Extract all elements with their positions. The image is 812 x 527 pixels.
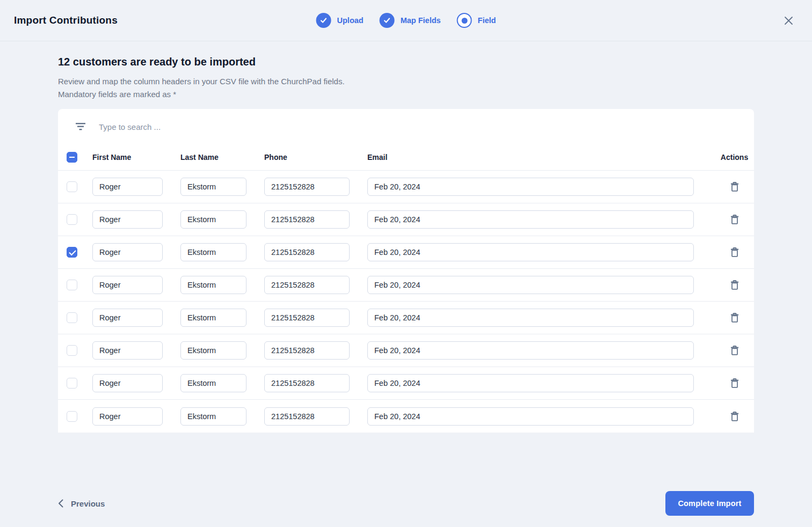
- email-input[interactable]: [367, 243, 694, 261]
- subtitle-line-2: Mandatory fields are marked as *: [58, 88, 754, 101]
- column-header-last-name: Last Name: [180, 153, 264, 162]
- email-input[interactable]: [367, 341, 694, 360]
- search-input[interactable]: [99, 122, 737, 131]
- select-all-checkbox[interactable]: [67, 152, 77, 163]
- last-name-input[interactable]: [180, 341, 247, 360]
- last-name-input[interactable]: [180, 243, 247, 261]
- row-checkbox[interactable]: [67, 214, 77, 225]
- row-checkbox[interactable]: [67, 312, 77, 323]
- phone-input[interactable]: [264, 407, 350, 426]
- close-icon: [784, 16, 793, 25]
- step-map-fields[interactable]: Map Fields: [380, 13, 441, 28]
- previous-button[interactable]: Previous: [58, 499, 105, 508]
- first-name-input[interactable]: [92, 374, 163, 392]
- import-stepper: Upload Map Fields Field: [316, 13, 496, 28]
- delete-row-button[interactable]: [726, 309, 743, 326]
- phone-input[interactable]: [264, 341, 350, 360]
- delete-row-button[interactable]: [726, 244, 743, 261]
- row-checkbox[interactable]: [67, 280, 77, 290]
- step-label: Map Fields: [401, 16, 441, 25]
- column-header-phone: Phone: [264, 153, 367, 162]
- row-checkbox[interactable]: [67, 247, 77, 258]
- dot-icon: [457, 13, 472, 28]
- email-input[interactable]: [367, 407, 694, 426]
- phone-input[interactable]: [264, 210, 350, 229]
- table-row: [58, 334, 754, 367]
- import-table-card: First Name Last Name Phone Email Actions: [58, 109, 754, 433]
- import-summary-subtitle: Review and map the column headers in you…: [58, 75, 754, 101]
- first-name-input[interactable]: [92, 210, 163, 229]
- phone-input[interactable]: [264, 374, 350, 392]
- first-name-input[interactable]: [92, 243, 163, 261]
- phone-input[interactable]: [264, 178, 350, 196]
- table-body: [58, 171, 754, 433]
- step-upload[interactable]: Upload: [316, 13, 364, 28]
- column-header-first-name: First Name: [92, 153, 180, 162]
- check-icon: [316, 13, 331, 28]
- last-name-input[interactable]: [180, 407, 247, 426]
- row-checkbox[interactable]: [67, 378, 77, 389]
- table-row: [58, 269, 754, 302]
- table-row: [58, 302, 754, 334]
- row-checkbox[interactable]: [67, 411, 77, 422]
- first-name-input[interactable]: [92, 178, 163, 196]
- last-name-input[interactable]: [180, 309, 247, 327]
- last-name-input[interactable]: [180, 210, 247, 229]
- table-row: [58, 203, 754, 236]
- delete-row-button[interactable]: [726, 375, 743, 392]
- table-row: [58, 367, 754, 400]
- phone-input[interactable]: [264, 243, 350, 261]
- first-name-input[interactable]: [92, 407, 163, 426]
- check-icon: [380, 13, 395, 28]
- close-button[interactable]: [779, 11, 798, 30]
- trash-icon: [730, 214, 740, 225]
- search-bar: [58, 109, 754, 144]
- step-label: Field: [478, 16, 496, 25]
- last-name-input[interactable]: [180, 178, 247, 196]
- trash-icon: [730, 411, 740, 422]
- delete-row-button[interactable]: [726, 408, 743, 425]
- complete-import-button[interactable]: Complete Import: [665, 491, 754, 516]
- page-title: Import Contributions: [14, 14, 118, 26]
- first-name-input[interactable]: [92, 276, 163, 294]
- email-input[interactable]: [367, 276, 694, 294]
- delete-row-button[interactable]: [726, 342, 743, 359]
- footer-actions: Previous Complete Import: [0, 491, 812, 516]
- phone-input[interactable]: [264, 309, 350, 327]
- last-name-input[interactable]: [180, 374, 247, 392]
- table-row: [58, 400, 754, 433]
- table-row: [58, 171, 754, 203]
- trash-icon: [730, 312, 740, 323]
- main-content: 12 customers are ready to be imported Re…: [0, 56, 812, 433]
- trash-icon: [730, 378, 740, 389]
- step-label: Upload: [337, 16, 364, 25]
- trash-icon: [730, 181, 740, 192]
- step-field[interactable]: Field: [457, 13, 496, 28]
- row-checkbox[interactable]: [67, 181, 77, 192]
- subtitle-line-1: Review and map the column headers in you…: [58, 75, 754, 88]
- trash-icon: [730, 345, 740, 356]
- row-checkbox[interactable]: [67, 345, 77, 356]
- trash-icon: [730, 247, 740, 258]
- filter-icon: [75, 123, 86, 130]
- email-input[interactable]: [367, 374, 694, 392]
- top-bar: Import Contributions Upload Map Fields F…: [0, 0, 812, 41]
- first-name-input[interactable]: [92, 341, 163, 360]
- delete-row-button[interactable]: [726, 276, 743, 294]
- column-header-email: Email: [367, 153, 715, 162]
- first-name-input[interactable]: [92, 309, 163, 327]
- table-row: [58, 236, 754, 269]
- delete-row-button[interactable]: [726, 211, 743, 228]
- chevron-left-icon: [58, 499, 63, 508]
- trash-icon: [730, 280, 740, 290]
- table-header-row: First Name Last Name Phone Email Actions: [58, 144, 754, 171]
- phone-input[interactable]: [264, 276, 350, 294]
- email-input[interactable]: [367, 210, 694, 229]
- email-input[interactable]: [367, 309, 694, 327]
- previous-label: Previous: [71, 499, 105, 508]
- last-name-input[interactable]: [180, 276, 247, 294]
- column-header-actions: Actions: [715, 153, 754, 162]
- import-summary-heading: 12 customers are ready to be imported: [58, 56, 754, 68]
- email-input[interactable]: [367, 178, 694, 196]
- delete-row-button[interactable]: [726, 178, 743, 195]
